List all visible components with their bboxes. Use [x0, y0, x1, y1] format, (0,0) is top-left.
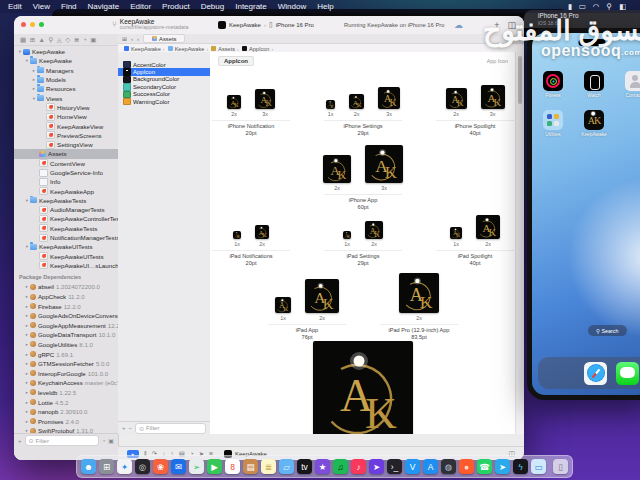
icon-slot[interactable]: A K 3x [481, 85, 505, 117]
dock-camera[interactable]: ◎ [135, 459, 150, 474]
asset-list-item[interactable]: AccentColor [118, 61, 210, 68]
find-icon[interactable]: ⚲ [49, 36, 54, 44]
package-row[interactable]: ▸ leveldb 1.22.5 [14, 388, 118, 398]
menubar-item[interactable]: Navigate [88, 2, 120, 11]
package-row[interactable]: ▸ GoogleAdsOnDeviceConversion 2… [14, 311, 118, 321]
icon-slot[interactable]: A K 1x [450, 227, 462, 247]
package-row[interactable]: ▸ nanopb 2.30910.0 [14, 407, 118, 417]
menubar-item[interactable]: Edit [8, 2, 22, 11]
dock-facetime[interactable]: ▶ [207, 459, 222, 474]
home-screen-app[interactable]: Watch [582, 71, 606, 98]
tree-row[interactable]: ContentView [14, 159, 118, 168]
tree-row[interactable]: GoogleService-Info [14, 168, 118, 177]
appicon-title-chip[interactable]: AppIcon [218, 56, 254, 66]
icon-slot[interactable]: A K 2x [323, 155, 351, 191]
asset-list-item[interactable]: AppIcon [118, 68, 210, 75]
tree-row[interactable]: Info [14, 177, 118, 186]
minimize-window-button[interactable] [30, 22, 35, 27]
home-screen-app[interactable]: KeepAwake [582, 110, 606, 137]
tree-row[interactable]: ▾ KeepAwake [14, 47, 118, 56]
package-row[interactable]: ▸ GTMSessionFetcher 5.0.0 [14, 359, 118, 369]
dock-whatsapp[interactable]: ☎ [477, 459, 492, 474]
dock-mirroring[interactable]: ▭ [531, 459, 546, 474]
tree-row[interactable]: HomeView [14, 112, 118, 121]
menubar-item[interactable]: Help [317, 2, 333, 11]
source-control-status[interactable]: ⑂ KeepAwake cursorfile/appstore-metadata [112, 18, 188, 31]
screen-mirroring-icon[interactable]: ▭ [579, 2, 586, 11]
package-row[interactable]: ▸ GoogleUtilities 8.1.0 [14, 340, 118, 350]
dock-mail[interactable]: ✉ [171, 459, 186, 474]
asset-filter-input[interactable]: ⊙ Filter [135, 423, 206, 434]
package-row[interactable]: ▸ AppCheck 11.2.0 [14, 292, 118, 302]
dock-music[interactable]: ♪ [351, 459, 366, 474]
add-file-button[interactable]: + [18, 438, 22, 444]
dock-notes[interactable]: ≣ [261, 459, 276, 474]
add-asset-button[interactable]: + [122, 425, 126, 431]
icon-slot[interactable]: A K 1x [275, 297, 291, 321]
package-row[interactable]: ▸ Promises 2.4.0 [14, 416, 118, 426]
tree-row[interactable]: ▾ KeepAwake [14, 56, 118, 65]
breadcrumb-item[interactable]: AppIcon › [242, 46, 273, 52]
tree-row[interactable]: KeepAwakeTests [14, 224, 118, 233]
dock-safari[interactable]: ✦ [117, 459, 132, 474]
menubar-item[interactable]: View [33, 2, 50, 11]
recent-files-icon[interactable]: ◔ [102, 438, 106, 444]
asset-list-item[interactable]: BackgroundColor [118, 76, 210, 83]
dock-finder[interactable]: ☻ [81, 459, 96, 474]
reports-icon[interactable]: ▣ [90, 36, 96, 44]
dock-maps[interactable]: ➢ [189, 459, 204, 474]
dock-calendar[interactable]: 8 [225, 459, 240, 474]
tree-row[interactable]: NotificationManagerTests [14, 233, 118, 242]
editor-scrollbar[interactable] [515, 52, 524, 434]
remove-asset-button[interactable]: − [129, 425, 133, 431]
dock-launchpad[interactable]: ⊞ [99, 459, 114, 474]
dock-folder[interactable]: ▱ [279, 459, 294, 474]
battery-icon[interactable]: ▮ [568, 2, 572, 11]
dock-shortcuts[interactable]: ϟ [513, 459, 528, 474]
scheme-selector[interactable]: KeepAwake › ▯ iPhone 16 Pro [218, 21, 314, 29]
package-row[interactable]: ▸ gRPC 1.69.1 [14, 349, 118, 359]
back-button[interactable]: ‹ [131, 36, 133, 42]
source-control-icon[interactable]: ⊞ [30, 36, 35, 44]
tree-row[interactable]: KeepAwakeUI…sLaunchTests [14, 261, 118, 270]
dock-rocket[interactable]: ➤ [369, 459, 384, 474]
icon-slot[interactable]: A K 2x [365, 221, 383, 247]
asset-list-item[interactable]: SuccessColor [118, 91, 210, 98]
home-screen-app[interactable]: Fitness [541, 71, 565, 98]
asset-list-item[interactable]: WarningColor [118, 98, 210, 105]
icon-slot[interactable]: A K 2x [255, 225, 269, 247]
icon-slot[interactable]: A K 1x [313, 341, 413, 434]
icon-slot[interactable]: A K 2x [399, 273, 439, 321]
package-row[interactable]: ▸ Lottie 4.5.2 [14, 397, 118, 407]
dock-photos[interactable]: ❀ [153, 459, 168, 474]
breadcrumb-item[interactable]: KeepAwake › [168, 46, 209, 52]
icon-slot[interactable]: A K 1x [343, 231, 351, 247]
dock-vscode[interactable]: V [405, 459, 420, 474]
issues-icon[interactable]: ◬ [57, 36, 62, 44]
package-row[interactable]: ▸ InteropForGoogle 101.0.0 [14, 368, 118, 378]
project-navigator-icon[interactable]: ▦ [20, 36, 26, 44]
tree-row[interactable]: ▸ Models [14, 75, 118, 84]
tree-row[interactable]: KeepAwakeUITests [14, 252, 118, 261]
editor-layout-icon[interactable]: ◫ [507, 20, 516, 30]
icon-slot[interactable]: A K 2x [349, 94, 364, 117]
dock-telegram[interactable]: ➤ [495, 459, 510, 474]
messages-icon[interactable] [616, 362, 639, 385]
icon-slot[interactable]: A K 3x [365, 145, 403, 191]
package-row[interactable]: ▸ abseil 1.2024072200.0 [14, 282, 118, 292]
navigator-filter-input[interactable]: ⊙ Filter [25, 435, 99, 446]
tree-row[interactable]: AudioManagerTests [14, 205, 118, 214]
icon-slot[interactable]: A K 1x [233, 231, 241, 247]
tree-row[interactable]: PreviewScreens [14, 131, 118, 140]
zoom-window-button[interactable] [39, 22, 44, 27]
tree-row[interactable]: ▸ Resources [14, 84, 118, 93]
spotlight-search-pill[interactable]: ⚲ Search [588, 325, 627, 336]
dock-terminal[interactable]: ›_ [387, 459, 402, 474]
dock-appstore[interactable]: A [423, 459, 438, 474]
menubar-item[interactable]: Find [61, 2, 77, 11]
icon-slot[interactable]: A K 2x [446, 88, 467, 117]
home-screen-app[interactable]: Contacts [623, 71, 640, 98]
icon-slot[interactable]: A K 2x [305, 279, 339, 321]
dock-globe[interactable]: ◍ [441, 459, 456, 474]
dock-tv[interactable]: tv [297, 459, 312, 474]
